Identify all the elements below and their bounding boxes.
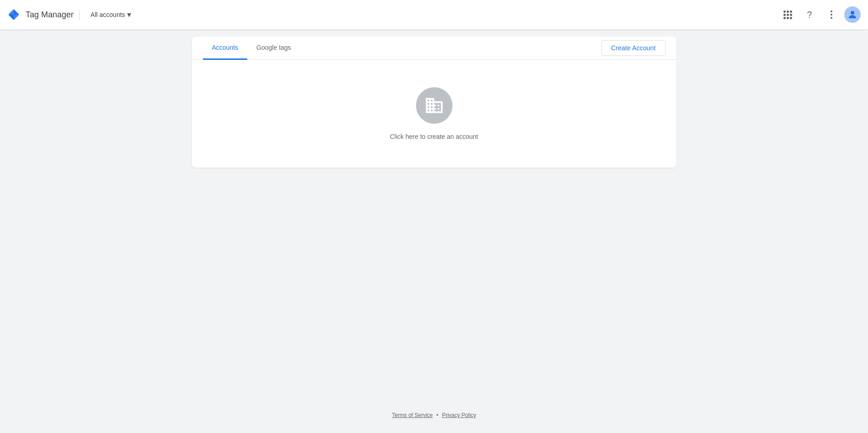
empty-state: Click here to create an account bbox=[192, 60, 676, 168]
terms-of-service-link[interactable]: Terms of Service bbox=[392, 412, 432, 418]
help-icon: ? bbox=[807, 10, 812, 20]
apps-icon bbox=[783, 11, 792, 19]
svg-point-3 bbox=[851, 11, 854, 15]
business-icon bbox=[424, 95, 444, 116]
privacy-policy-link[interactable]: Privacy Policy bbox=[442, 412, 476, 418]
nav-right: ? bbox=[778, 5, 861, 24]
nav-left: Tag Manager All accounts ▾ bbox=[7, 7, 135, 22]
tab-google-tags[interactable]: Google tags bbox=[247, 37, 300, 60]
footer: Terms of Service • Privacy Policy bbox=[392, 401, 476, 433]
top-navigation: Tag Manager All accounts ▾ ? bbox=[0, 0, 868, 29]
user-avatar-icon bbox=[847, 9, 858, 20]
tabs-row: Accounts Google tags Create Account bbox=[192, 37, 676, 60]
tag-manager-logo bbox=[7, 8, 20, 21]
account-selector-label: All accounts bbox=[91, 11, 125, 18]
user-avatar-button[interactable] bbox=[844, 6, 861, 23]
tab-accounts[interactable]: Accounts bbox=[203, 37, 248, 60]
more-vert-icon bbox=[831, 11, 832, 19]
empty-state-text: Click here to create an account bbox=[390, 133, 478, 140]
account-selector[interactable]: All accounts ▾ bbox=[87, 7, 134, 22]
app-title: Tag Manager bbox=[26, 10, 80, 20]
apps-button[interactable] bbox=[778, 5, 797, 24]
content-card: Accounts Google tags Create Account Clic… bbox=[192, 37, 676, 168]
help-button[interactable]: ? bbox=[800, 5, 819, 24]
empty-state-icon-circle bbox=[416, 87, 453, 124]
tabs-container: Accounts Google tags bbox=[203, 37, 300, 59]
create-account-button[interactable]: Create Account bbox=[602, 40, 666, 56]
more-options-button[interactable] bbox=[822, 5, 841, 24]
chevron-down-icon: ▾ bbox=[127, 10, 131, 20]
main-content: Accounts Google tags Create Account Clic… bbox=[0, 29, 868, 433]
footer-separator: • bbox=[437, 412, 438, 418]
